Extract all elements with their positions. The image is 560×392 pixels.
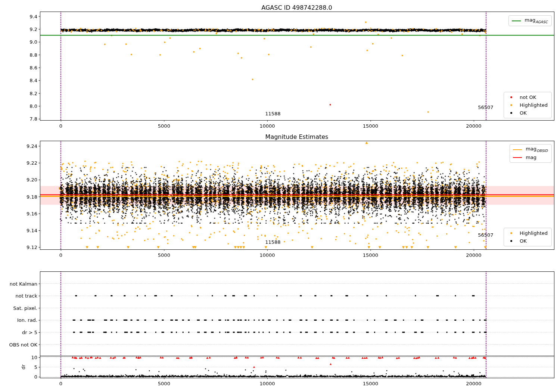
x-tick-label: 0 bbox=[59, 381, 62, 386]
x-tick-label: 5000 bbox=[158, 123, 170, 129]
y-tick-label: 9.22 bbox=[27, 160, 37, 166]
y-tick-label: 9.4 bbox=[29, 13, 37, 19]
legend-label: OK bbox=[520, 110, 527, 116]
legend-label: Highlighted bbox=[520, 102, 548, 108]
black-dot-icon bbox=[510, 112, 512, 114]
dr-axis-label: dr bbox=[21, 364, 26, 370]
legend-entry: OK bbox=[507, 110, 548, 116]
x-tick-label: 0 bbox=[59, 123, 62, 129]
x-tick-label: 20000 bbox=[466, 381, 481, 386]
y-tick-label: 8.2 bbox=[29, 90, 37, 96]
plot2-title: Magnitude Estimates bbox=[265, 133, 329, 140]
flag-row-label: dr > 5 bbox=[22, 330, 37, 335]
annotation-11588-middle: 11588 bbox=[265, 239, 280, 245]
x-tick-label: 20000 bbox=[466, 252, 481, 258]
x-tick-label: 20000 bbox=[466, 123, 481, 129]
y-tick-label: 9.0 bbox=[29, 39, 37, 45]
chart-canvas bbox=[0, 0, 560, 392]
y-tick-label: 9.14 bbox=[27, 227, 37, 233]
legend-status-middle-plot: Highlighted OK bbox=[504, 228, 552, 246]
y-tick-label: 8.0 bbox=[29, 103, 37, 109]
legend-label: not OK bbox=[520, 94, 536, 100]
flag-row-label: not track bbox=[15, 293, 37, 299]
legend-status-top-plot: not OK Highlighted OK bbox=[504, 92, 552, 118]
plot1-title: AGASC ID 498742288.0 bbox=[261, 4, 332, 11]
legend-entry: magAGASC bbox=[512, 18, 548, 24]
x-tick-label: 0 bbox=[59, 252, 62, 258]
orange-dot-icon bbox=[510, 104, 512, 106]
legend-entry: mag bbox=[513, 154, 548, 161]
legend-mag-agasc: magAGASC bbox=[508, 15, 552, 26]
dr-tick-label: 5 bbox=[34, 364, 37, 370]
legend-entry: OK bbox=[507, 238, 548, 244]
y-tick-label: 8.6 bbox=[29, 65, 37, 70]
orange-line-icon bbox=[513, 149, 522, 150]
legend-label: mag bbox=[526, 154, 536, 161]
figure: AGASC ID 498742288.0 Magnitude Estimates… bbox=[0, 0, 560, 392]
red-dot-icon bbox=[510, 96, 512, 98]
legend-mag-lines: magOBSID mag bbox=[510, 144, 552, 163]
orange-dot-icon bbox=[510, 232, 512, 234]
flag-row-label: Ion. rad. bbox=[17, 317, 37, 323]
x-tick-label: 10000 bbox=[259, 123, 275, 129]
legend-label: magAGASC bbox=[525, 17, 548, 25]
y-tick-label: 9.24 bbox=[27, 143, 37, 149]
legend-label: Highlighted bbox=[520, 230, 548, 236]
green-line-icon bbox=[512, 21, 521, 21]
x-tick-label: 5000 bbox=[158, 381, 170, 386]
flag-row-label: Sat. pixel. bbox=[13, 305, 37, 311]
red-line-icon bbox=[513, 157, 522, 158]
annotation-56507-top: 56507 bbox=[478, 104, 493, 110]
annotation-56507-middle: 56507 bbox=[478, 232, 493, 237]
y-tick-label: 7.8 bbox=[29, 116, 37, 122]
dr-tick-label: 0 bbox=[34, 374, 37, 380]
y-tick-label: 9.20 bbox=[27, 177, 37, 183]
legend-entry: Highlighted bbox=[507, 230, 548, 236]
annotation-11588-top: 11588 bbox=[265, 111, 280, 116]
x-tick-label: 10000 bbox=[259, 252, 275, 258]
x-tick-label: 10000 bbox=[259, 381, 275, 386]
y-tick-label: 9.16 bbox=[27, 211, 37, 216]
x-tick-label: 15000 bbox=[363, 123, 378, 129]
legend-entry: Highlighted bbox=[507, 102, 548, 108]
flag-row-label: OBS not OK bbox=[9, 342, 38, 347]
x-tick-label: 5000 bbox=[158, 252, 170, 258]
y-tick-label: 9.2 bbox=[29, 26, 37, 32]
flag-row-label: not Kalman bbox=[10, 281, 37, 286]
legend-label: OK bbox=[520, 238, 527, 244]
y-tick-label: 9.12 bbox=[27, 245, 37, 250]
y-tick-label: 8.8 bbox=[29, 52, 37, 57]
y-tick-label: 9.18 bbox=[27, 194, 37, 199]
legend-entry: magOBSID bbox=[513, 146, 548, 153]
black-dot-icon bbox=[510, 240, 512, 242]
dr-tick-label: 10 bbox=[31, 355, 37, 360]
x-tick-label: 15000 bbox=[363, 381, 378, 386]
x-tick-label: 15000 bbox=[363, 252, 378, 258]
legend-entry: not OK bbox=[507, 94, 548, 100]
legend-label: magOBSID bbox=[526, 146, 548, 154]
y-tick-label: 8.4 bbox=[29, 78, 37, 83]
